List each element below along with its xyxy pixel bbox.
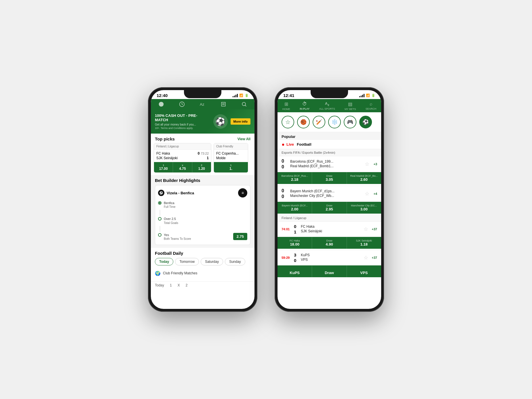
sport-btn-gaming[interactable]: 🎮	[344, 116, 356, 128]
barca-team1: Barcelona (ECF_Rus_199...	[290, 159, 362, 164]
haka-team1: FC Haka	[301, 225, 361, 229]
svg-line-7	[245, 105, 246, 106]
svg-point-0	[159, 102, 164, 107]
match-card-2[interactable]: Club Friendly FC Copenha... Molde 1 1.	[214, 143, 248, 173]
sport-btn-winter[interactable]: ❄️	[328, 116, 341, 128]
allsports-icon: Az	[325, 101, 329, 107]
star-haka[interactable]: ☆	[364, 226, 368, 232]
star-kups[interactable]: ☆	[364, 254, 368, 261]
option1-sub: Full Time	[164, 205, 176, 209]
sport-text: Football	[297, 142, 311, 147]
radio-1	[158, 201, 162, 205]
mybets-icon: ▤	[348, 101, 352, 107]
odd-kups-1[interactable]: KuPS	[278, 265, 312, 277]
more-info-button[interactable]: More info	[231, 118, 251, 125]
list-icon: ≡	[238, 188, 247, 197]
bayern-scores: 0 0	[282, 188, 287, 199]
day-tab-sunday[interactable]: Sunday	[225, 258, 245, 265]
odd-haka-1[interactable]: FC Haka 18.00	[278, 237, 312, 249]
phone2-scroll[interactable]: ☆ 🏀 🏏 ❄️ 🎮 ⚽ Popular ⏺ Live Football	[278, 112, 381, 305]
odd-bayern-draw[interactable]: Draw 2.95	[312, 202, 347, 214]
football-daily-section: Football Daily Today Tomorrow Saturday S…	[151, 248, 254, 281]
phone-2: 12:41 📶 🔋 ⊞ HOME	[275, 87, 384, 312]
odd1-btn[interactable]: 1 17.00	[154, 162, 173, 172]
day-tab-today[interactable]: Today	[155, 258, 173, 265]
odd-bayern-1[interactable]: Bayern Munich (ECF... 2.00	[278, 202, 312, 214]
esports-match-1[interactable]: 0 0 Barcelona (ECF_Rus_199... Real Madri…	[278, 156, 381, 172]
odd2-btn[interactable]: 2 1.20	[192, 162, 211, 172]
sports-icons-row: ☆ 🏀 🏏 ❄️ 🎮 ⚽	[278, 112, 381, 132]
barca-odds-row: Barcelona (ECF_Rus... 2.18 Draw 3.05 Rea…	[278, 172, 381, 184]
option3-odd: 2.75	[233, 233, 247, 240]
match2-odd1-btn[interactable]: 1 1.	[214, 162, 248, 172]
top-picks-cards: Finland | Liigacup FC Haka 0 73:22 SJK S	[151, 143, 254, 175]
day-tab-tomorrow[interactable]: Tomorrow	[175, 258, 199, 265]
sport-btn-basketball[interactable]: 🏀	[297, 116, 310, 128]
p2-nav-allsports[interactable]: Az ALL SPORTS	[317, 101, 337, 111]
match2-team2: Molde	[216, 156, 246, 160]
radio-2	[158, 217, 162, 221]
promo-banner[interactable]: 100% CASH OUT - PRE-MATCH Get all your m…	[151, 109, 254, 134]
nav-mybets[interactable]	[218, 101, 229, 108]
odd-barca-1[interactable]: Barcelona (ECF_Rus... 2.18	[278, 172, 312, 184]
kups-scores: 3 0	[294, 252, 299, 263]
p2-nav-inplay[interactable]: ⏱ IN-PLAY	[297, 101, 312, 111]
kups-score1: 3	[294, 252, 299, 257]
barca-scores: 0 0	[282, 159, 287, 170]
kups-names: KuPS VPS	[301, 253, 361, 262]
bet-option-2: Over 2.5 Total Goals	[158, 216, 247, 226]
footer-col2: 2	[186, 283, 188, 287]
notch-1	[184, 90, 221, 98]
signal-icon-2	[359, 94, 364, 97]
odd-haka-draw[interactable]: Draw 4.90	[312, 237, 347, 249]
sport-btn-football[interactable]: ⚽	[359, 116, 372, 128]
odd-barca-draw[interactable]: Draw 3.05	[312, 172, 347, 184]
p2-home-label: HOME	[282, 108, 290, 111]
star-bayern[interactable]: ☆	[365, 191, 369, 197]
odd-bayern-2[interactable]: Manchester City (EC... 3.00	[347, 202, 381, 214]
banner-subtitle: Get all your money back if you...	[155, 123, 210, 126]
day-tab-saturday[interactable]: Saturday	[201, 258, 223, 265]
time-1: 12:40	[157, 93, 168, 98]
esports-match-2[interactable]: 0 0 Bayern Munich (ECF_d1ps... Mancheste…	[278, 186, 381, 202]
live-text: Live	[286, 142, 294, 147]
league-row: 🌍 Club Friendly Matches	[155, 268, 250, 278]
nav-allsports[interactable]: Az	[197, 101, 208, 108]
vline-1	[160, 210, 160, 216]
bet-builder-title: Bet Builder Highlights	[155, 178, 250, 183]
odd-kups-draw[interactable]: Draw	[312, 265, 347, 277]
p2-nav-home[interactable]: ⊞ HOME	[280, 101, 292, 111]
odd-haka-2[interactable]: SJK Seinäjoki 1.18	[347, 237, 381, 249]
match2-team1: FC Copenha...	[216, 151, 246, 155]
nav-inplay[interactable]	[176, 101, 188, 108]
star-barca[interactable]: ☆	[365, 161, 369, 167]
search-icon-p2: ⌕	[370, 101, 373, 107]
barca-score1: 0	[282, 159, 287, 164]
p2-nav-mybets[interactable]: ▤ MY BETS	[342, 101, 358, 111]
football-daily-title: Football Daily	[155, 251, 250, 256]
footer-col1: 1	[170, 283, 172, 287]
view-all-link[interactable]: View All	[238, 137, 250, 141]
match-card-1[interactable]: Finland | Liigacup FC Haka 0 73:22 SJK S	[154, 143, 211, 173]
match2-league: Club Friendly	[214, 143, 248, 150]
sport-btn-star[interactable]: ☆	[282, 116, 294, 128]
bet-odd-btn[interactable]: 2.75	[233, 233, 247, 240]
oddX-btn[interactable]: x 4.75	[173, 162, 192, 172]
kups-match[interactable]: 59:29 3 0 KuPS VPS ☆ +37	[278, 250, 381, 265]
option3-sub: Both Teams To Score	[164, 237, 191, 241]
p2-nav-search[interactable]: ⌕ SEARCH	[363, 101, 379, 111]
bet-builder-card[interactable]: ⚽ Vizela - Benfica ≡ Benfica Full Time	[155, 185, 250, 245]
kups-score2: 0	[294, 258, 299, 263]
nav-home[interactable]	[155, 101, 167, 108]
sport-btn-cricket[interactable]: 🏏	[313, 116, 325, 128]
league-name: Club Friendly Matches	[163, 271, 197, 275]
odd-kups-2[interactable]: VPS	[347, 265, 381, 277]
haka-match[interactable]: 74:01 0 1 FC Haka SJK Seinäjoki ☆ +37	[278, 222, 381, 237]
bayern-names: Bayern Munich (ECF_d1ps... Manchester Ci…	[290, 189, 362, 198]
haka-odds-row: FC Haka 18.00 Draw 4.90 SJK Seinäjoki 1.…	[278, 237, 381, 249]
nav-search[interactable]	[238, 101, 250, 108]
phone1-scroll[interactable]: 100% CASH OUT - PRE-MATCH Get all your m…	[151, 109, 254, 302]
inplay-icon: ⏱	[302, 101, 307, 107]
odd-barca-2[interactable]: Real Madrid (ECF_Bo... 2.60	[347, 172, 381, 184]
top-picks-header: Top picks View All	[151, 134, 254, 143]
